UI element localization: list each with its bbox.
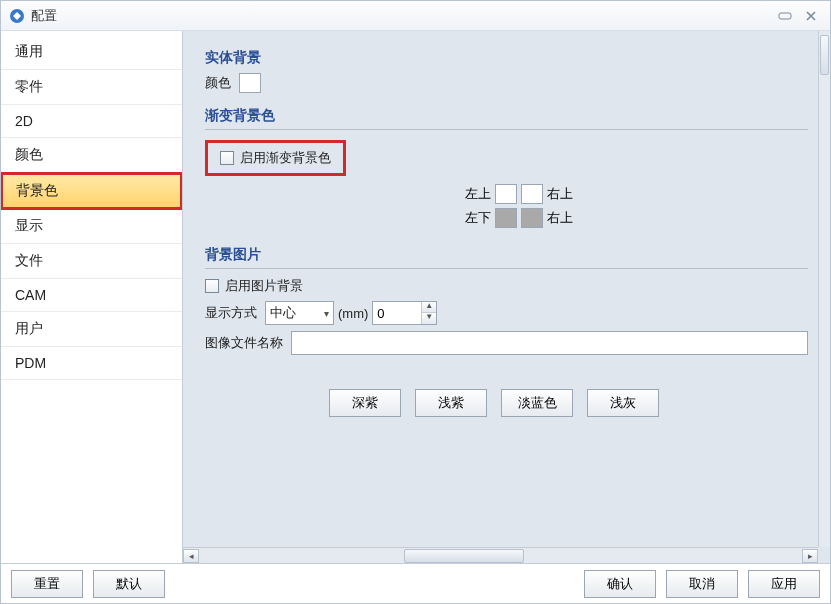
preset-deep-purple[interactable]: 深紫 (329, 389, 401, 417)
gradient-corner-grid: 左上 右上 左下 右上 (465, 184, 808, 228)
horizontal-scrollbar[interactable]: ◂ ▸ (183, 547, 818, 563)
spinner-down-icon[interactable]: ▼ (422, 313, 436, 324)
sidebar-item-2d[interactable]: 2D (1, 105, 182, 138)
app-icon (9, 8, 25, 24)
content-panel: 实体背景 颜色 渐变背景色 启用渐变背景色 左上 右上 (183, 31, 830, 563)
offset-spinner[interactable]: ▲ ▼ (372, 301, 437, 325)
corner-tr-label: 右上 (547, 185, 573, 203)
chevron-down-icon: ▾ (324, 308, 329, 319)
sidebar: 通用 零件 2D 颜色 背景色 显示 文件 CAM 用户 PDM (1, 31, 183, 563)
ok-button[interactable]: 确认 (584, 570, 656, 598)
enable-image-checkbox[interactable] (205, 279, 219, 293)
close-icon[interactable] (800, 8, 822, 24)
enable-gradient-checkbox[interactable] (220, 151, 234, 165)
sidebar-item-file[interactable]: 文件 (1, 244, 182, 279)
sidebar-item-part[interactable]: 零件 (1, 70, 182, 105)
display-mode-value: 中心 (270, 304, 318, 322)
corner-bl-swatch[interactable] (495, 208, 517, 228)
preset-row: 深紫 浅紫 淡蓝色 浅灰 (329, 389, 808, 417)
display-mode-combo[interactable]: 中心 ▾ (265, 301, 334, 325)
preset-light-purple[interactable]: 浅紫 (415, 389, 487, 417)
scroll-right-icon[interactable]: ▸ (802, 549, 818, 563)
default-button[interactable]: 默认 (93, 570, 165, 598)
section-solid-bg: 实体背景 (205, 49, 808, 67)
section-gradient: 渐变背景色 (205, 107, 808, 130)
preset-light-gray[interactable]: 浅灰 (587, 389, 659, 417)
solid-color-swatch[interactable] (239, 73, 261, 93)
corner-bl-label: 左下 (465, 209, 491, 227)
sidebar-item-pdm[interactable]: PDM (1, 347, 182, 380)
display-mode-label: 显示方式 (205, 304, 257, 322)
offset-input[interactable] (373, 306, 421, 321)
image-file-input[interactable] (291, 331, 808, 355)
enable-gradient-highlight: 启用渐变背景色 (205, 140, 346, 176)
unit-label: (mm) (338, 306, 368, 321)
scroll-left-icon[interactable]: ◂ (183, 549, 199, 563)
sidebar-item-display[interactable]: 显示 (1, 209, 182, 244)
cancel-button[interactable]: 取消 (666, 570, 738, 598)
preset-light-blue[interactable]: 淡蓝色 (501, 389, 573, 417)
scroll-track[interactable] (199, 549, 802, 563)
corner-br-swatch[interactable] (521, 208, 543, 228)
image-file-label: 图像文件名称 (205, 334, 283, 352)
reset-button[interactable]: 重置 (11, 570, 83, 598)
corner-tr-swatch[interactable] (521, 184, 543, 204)
sidebar-item-general[interactable]: 通用 (1, 35, 182, 70)
corner-br-label: 右上 (547, 209, 573, 227)
vertical-scrollbar[interactable] (818, 31, 830, 547)
dialog-body: 通用 零件 2D 颜色 背景色 显示 文件 CAM 用户 PDM 实体背景 颜色… (1, 31, 830, 563)
enable-image-label: 启用图片背景 (225, 277, 303, 295)
minimize-icon[interactable] (774, 8, 796, 24)
sidebar-item-background[interactable]: 背景色 (1, 173, 182, 209)
corner-tl-label: 左上 (465, 185, 491, 203)
sidebar-item-user[interactable]: 用户 (1, 312, 182, 347)
config-dialog: 配置 通用 零件 2D 颜色 背景色 显示 文件 CAM 用户 PDM 实体背景… (0, 0, 831, 604)
apply-button[interactable]: 应用 (748, 570, 820, 598)
svg-rect-1 (779, 13, 791, 19)
sidebar-item-cam[interactable]: CAM (1, 279, 182, 312)
corner-tl-swatch[interactable] (495, 184, 517, 204)
footer: 重置 默认 确认 取消 应用 (1, 563, 830, 603)
solid-color-label: 颜色 (205, 74, 231, 92)
titlebar: 配置 (1, 1, 830, 31)
scroll-vthumb[interactable] (820, 35, 829, 75)
section-bg-image: 背景图片 (205, 246, 808, 269)
sidebar-item-color[interactable]: 颜色 (1, 138, 182, 173)
window-title: 配置 (31, 7, 770, 25)
enable-gradient-label: 启用渐变背景色 (240, 149, 331, 167)
scroll-thumb[interactable] (404, 549, 524, 563)
